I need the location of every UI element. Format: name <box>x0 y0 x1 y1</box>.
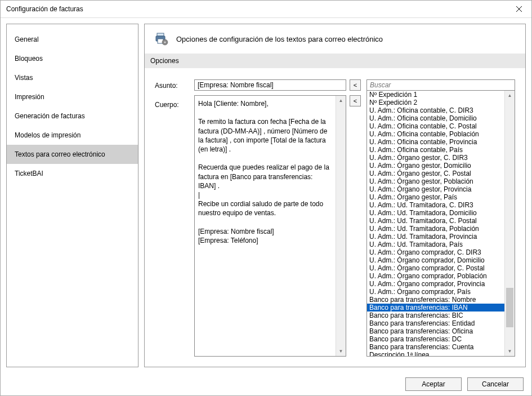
list-item[interactable]: U. Adm.: Oficina contable, Población <box>367 130 504 138</box>
titlebar: Configuración de facturas <box>1 1 531 18</box>
list-item[interactable]: U. Adm.: Órgano gestor, C. Postal <box>367 170 504 177</box>
list-item[interactable]: U. Adm.: Órgano gestor, Provincia <box>367 185 504 193</box>
list-item[interactable]: U. Adm.: Órgano gestor, C. DIR3 <box>367 154 504 162</box>
listbox-scrollbar[interactable]: ▲ ▼ <box>504 91 515 356</box>
section-header: Opciones <box>145 54 525 68</box>
scroll-down-icon[interactable]: ▼ <box>336 346 346 356</box>
sidebar-item[interactable]: Generación de facturas <box>7 106 138 126</box>
list-item[interactable]: Banco para transferencias: BIC <box>367 312 504 319</box>
svg-rect-2 <box>157 33 164 36</box>
sidebar-item[interactable]: Vistas <box>7 68 138 87</box>
page-title: Opciones de configuración de los textos … <box>176 35 383 43</box>
cancel-button[interactable]: Cancelar <box>467 377 524 391</box>
close-button[interactable] <box>506 1 531 17</box>
fields-listbox[interactable]: Nº Expedición 1Nº Expedición 2U. Adm.: O… <box>366 91 515 357</box>
accept-button[interactable]: Aceptar <box>405 377 462 391</box>
sidebar-item[interactable]: Impresión <box>7 87 138 106</box>
fields-list-column: Nº Expedición 1Nº Expedición 2U. Adm.: O… <box>366 79 515 357</box>
printer-gear-icon <box>155 32 168 46</box>
insert-cuerpo-button[interactable]: < <box>350 95 361 106</box>
asunto-label: Asunto: <box>155 82 191 90</box>
list-item[interactable]: U. Adm.: Oficina contable, Provincia <box>367 138 504 146</box>
list-item[interactable]: U. Adm.: Ud. Tramitadora, C. Postal <box>367 217 504 225</box>
list-item[interactable]: Nº Expedición 2 <box>367 99 504 106</box>
asunto-input[interactable] <box>194 79 346 91</box>
list-item[interactable]: U. Adm.: Órgano gestor, Domicilio <box>367 162 504 170</box>
list-item[interactable]: U. Adm.: Ud. Tramitadora, Población <box>367 225 504 233</box>
close-icon <box>516 6 522 12</box>
list-item[interactable]: U. Adm.: Ud. Tramitadora, C. DIR3 <box>367 201 504 209</box>
list-item[interactable]: Banco para transferencias: IBAN <box>367 304 504 312</box>
dialog-footer: Aceptar Cancelar <box>1 373 531 395</box>
sidebar-item[interactable]: Modelos de impresión <box>7 126 138 145</box>
list-item[interactable]: U. Adm.: Oficina contable, Domicilio <box>367 114 504 122</box>
svg-point-6 <box>164 42 166 43</box>
list-item[interactable]: Descripción 1ª línea <box>367 351 504 356</box>
list-item[interactable]: U. Adm.: Órgano comprador, Provincia <box>367 280 504 288</box>
search-input[interactable] <box>366 79 515 91</box>
list-item[interactable]: U. Adm.: Ud. Tramitadora, País <box>367 241 504 248</box>
sidebar: GeneralBloqueosVistasImpresiónGeneración… <box>6 24 138 367</box>
dialog-window: Configuración de facturas GeneralBloqueo… <box>0 0 532 396</box>
list-item[interactable]: U. Adm.: Oficina contable, País <box>367 146 504 154</box>
scrollbar-thumb[interactable] <box>506 288 513 327</box>
list-item[interactable]: U. Adm.: Órgano comprador, País <box>367 288 504 296</box>
list-item[interactable]: U. Adm.: Órgano comprador, Población <box>367 272 504 280</box>
insert-asunto-button[interactable]: < <box>350 79 361 91</box>
cuerpo-scrollbar[interactable]: ▲ ▼ <box>336 96 346 356</box>
sidebar-item[interactable]: General <box>7 30 138 49</box>
cuerpo-textarea[interactable]: Hola [Cliente: Nombre], Te remito la fac… <box>194 95 346 357</box>
sidebar-item[interactable]: Textos para correo electrónico <box>7 145 138 164</box>
list-item[interactable]: Banco para transferencias: Oficina <box>367 327 504 335</box>
cuerpo-text[interactable]: Hola [Cliente: Nombre], Te remito la fac… <box>195 96 336 356</box>
list-item[interactable]: Banco para transferencias: Entidad <box>367 319 504 327</box>
list-item[interactable]: U. Adm.: Órgano gestor, Población <box>367 177 504 185</box>
form-body: Asunto: Cuerpo: Hola [Cliente: Nombre], … <box>145 68 525 367</box>
list-item[interactable]: U. Adm.: Ud. Tramitadora, Provincia <box>367 233 504 241</box>
scroll-down-icon[interactable]: ▼ <box>505 346 515 356</box>
sidebar-item[interactable]: TicketBAI <box>7 164 138 183</box>
content-area: GeneralBloqueosVistasImpresiónGeneración… <box>1 18 531 373</box>
list-item[interactable]: U. Adm.: Oficina contable, C. Postal <box>367 122 504 130</box>
list-item[interactable]: Nº Expedición 1 <box>367 91 504 99</box>
main-header: Opciones de configuración de los textos … <box>145 24 525 54</box>
list-item[interactable]: U. Adm.: Ud. Tramitadora, Domicilio <box>367 209 504 217</box>
fields-list-items[interactable]: Nº Expedición 1Nº Expedición 2U. Adm.: O… <box>367 91 504 356</box>
list-item[interactable]: U. Adm.: Órgano comprador, Domicilio <box>367 256 504 264</box>
list-item[interactable]: U. Adm.: Órgano comprador, C. DIR3 <box>367 248 504 256</box>
fields-column: Hola [Cliente: Nombre], Te remito la fac… <box>194 79 346 357</box>
list-item[interactable]: U. Adm.: Órgano comprador, C. Postal <box>367 264 504 272</box>
main-panel: Opciones de configuración de los textos … <box>144 24 526 367</box>
scroll-up-icon[interactable]: ▲ <box>505 91 515 100</box>
cuerpo-label: Cuerpo: <box>155 101 191 109</box>
labels-column: Asunto: Cuerpo: <box>155 79 191 357</box>
sidebar-item[interactable]: Bloqueos <box>7 49 138 68</box>
scroll-up-icon[interactable]: ▲ <box>336 96 346 105</box>
window-title: Configuración de facturas <box>6 5 83 13</box>
list-item[interactable]: Banco para transferencias: Cuenta <box>367 343 504 351</box>
list-item[interactable]: U. Adm.: Órgano gestor, País <box>367 193 504 201</box>
list-item[interactable]: U. Adm.: Oficina contable, C. DIR3 <box>367 106 504 114</box>
insert-buttons-column: < < <box>350 79 363 357</box>
list-item[interactable]: Banco para transferencias: DC <box>367 335 504 343</box>
list-item[interactable]: Banco para transferencias: Nombre <box>367 296 504 304</box>
